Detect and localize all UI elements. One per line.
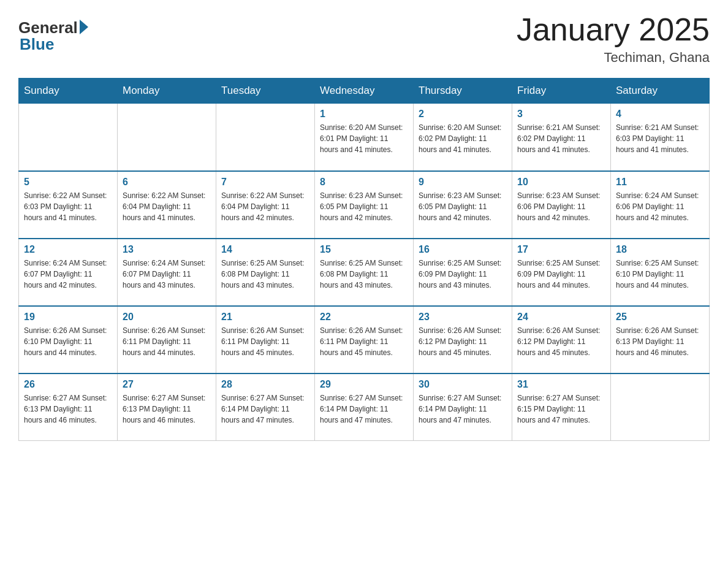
day-of-week-header: Thursday <box>414 79 512 104</box>
day-number: 21 <box>221 312 309 323</box>
day-info: Sunrise: 6:26 AM Sunset: 6:10 PM Dayligh… <box>24 325 112 358</box>
day-number: 27 <box>123 379 211 390</box>
day-number: 11 <box>616 177 704 188</box>
calendar-cell: 2Sunrise: 6:20 AM Sunset: 6:02 PM Daylig… <box>414 104 512 171</box>
location-text: Techiman, Ghana <box>517 50 710 66</box>
day-info: Sunrise: 6:25 AM Sunset: 6:08 PM Dayligh… <box>221 258 309 291</box>
day-number: 20 <box>123 312 211 323</box>
day-number: 12 <box>24 244 112 255</box>
day-info: Sunrise: 6:26 AM Sunset: 6:12 PM Dayligh… <box>517 325 605 358</box>
day-number: 8 <box>320 177 408 188</box>
calendar-cell: 19Sunrise: 6:26 AM Sunset: 6:10 PM Dayli… <box>19 306 118 373</box>
day-info: Sunrise: 6:27 AM Sunset: 6:15 PM Dayligh… <box>517 393 605 426</box>
day-info: Sunrise: 6:22 AM Sunset: 6:04 PM Dayligh… <box>123 190 211 223</box>
day-info: Sunrise: 6:22 AM Sunset: 6:04 PM Dayligh… <box>221 190 309 223</box>
calendar-cell: 9Sunrise: 6:23 AM Sunset: 6:05 PM Daylig… <box>414 171 512 239</box>
calendar-cell: 3Sunrise: 6:21 AM Sunset: 6:02 PM Daylig… <box>512 104 611 171</box>
day-info: Sunrise: 6:22 AM Sunset: 6:03 PM Dayligh… <box>24 190 112 223</box>
title-section: January 2025 Techiman, Ghana <box>517 12 710 66</box>
calendar-cell: 31Sunrise: 6:27 AM Sunset: 6:15 PM Dayli… <box>512 373 611 441</box>
calendar-cell <box>216 104 315 171</box>
day-of-week-header: Wednesday <box>315 79 414 104</box>
day-info: Sunrise: 6:26 AM Sunset: 6:11 PM Dayligh… <box>123 325 211 358</box>
calendar-cell: 13Sunrise: 6:24 AM Sunset: 6:07 PM Dayli… <box>118 239 216 306</box>
day-number: 16 <box>419 244 507 255</box>
calendar-header-row: SundayMondayTuesdayWednesdayThursdayFrid… <box>19 79 710 104</box>
day-number: 18 <box>616 244 704 255</box>
day-info: Sunrise: 6:24 AM Sunset: 6:07 PM Dayligh… <box>123 258 211 291</box>
day-info: Sunrise: 6:21 AM Sunset: 6:02 PM Dayligh… <box>517 122 605 155</box>
day-number: 5 <box>24 177 112 188</box>
day-number: 28 <box>221 379 309 390</box>
calendar-week-row: 5Sunrise: 6:22 AM Sunset: 6:03 PM Daylig… <box>19 171 710 239</box>
calendar-cell: 18Sunrise: 6:25 AM Sunset: 6:10 PM Dayli… <box>611 239 710 306</box>
calendar-cell: 10Sunrise: 6:23 AM Sunset: 6:06 PM Dayli… <box>512 171 611 239</box>
day-info: Sunrise: 6:27 AM Sunset: 6:14 PM Dayligh… <box>320 393 408 426</box>
calendar-cell: 23Sunrise: 6:26 AM Sunset: 6:12 PM Dayli… <box>414 306 512 373</box>
calendar-week-row: 19Sunrise: 6:26 AM Sunset: 6:10 PM Dayli… <box>19 306 710 373</box>
logo: General Blue <box>18 18 88 54</box>
day-info: Sunrise: 6:26 AM Sunset: 6:11 PM Dayligh… <box>221 325 309 358</box>
day-number: 30 <box>419 379 507 390</box>
calendar-table: SundayMondayTuesdayWednesdayThursdayFrid… <box>18 78 710 441</box>
calendar-cell: 22Sunrise: 6:26 AM Sunset: 6:11 PM Dayli… <box>315 306 414 373</box>
calendar-cell: 1Sunrise: 6:20 AM Sunset: 6:01 PM Daylig… <box>315 104 414 171</box>
day-info: Sunrise: 6:25 AM Sunset: 6:09 PM Dayligh… <box>419 258 507 291</box>
day-info: Sunrise: 6:25 AM Sunset: 6:08 PM Dayligh… <box>320 258 408 291</box>
calendar-cell: 26Sunrise: 6:27 AM Sunset: 6:13 PM Dayli… <box>19 373 118 441</box>
calendar-cell: 12Sunrise: 6:24 AM Sunset: 6:07 PM Dayli… <box>19 239 118 306</box>
page-header: General Blue January 2025 Techiman, Ghan… <box>18 12 710 66</box>
logo-arrow-icon <box>80 20 88 34</box>
day-info: Sunrise: 6:20 AM Sunset: 6:01 PM Dayligh… <box>320 122 408 155</box>
calendar-cell: 4Sunrise: 6:21 AM Sunset: 6:03 PM Daylig… <box>611 104 710 171</box>
calendar-cell: 5Sunrise: 6:22 AM Sunset: 6:03 PM Daylig… <box>19 171 118 239</box>
day-number: 31 <box>517 379 605 390</box>
calendar-cell: 17Sunrise: 6:25 AM Sunset: 6:09 PM Dayli… <box>512 239 611 306</box>
day-info: Sunrise: 6:27 AM Sunset: 6:14 PM Dayligh… <box>221 393 309 426</box>
calendar-cell: 28Sunrise: 6:27 AM Sunset: 6:14 PM Dayli… <box>216 373 315 441</box>
day-info: Sunrise: 6:27 AM Sunset: 6:14 PM Dayligh… <box>419 393 507 426</box>
calendar-week-row: 12Sunrise: 6:24 AM Sunset: 6:07 PM Dayli… <box>19 239 710 306</box>
calendar-cell: 7Sunrise: 6:22 AM Sunset: 6:04 PM Daylig… <box>216 171 315 239</box>
day-number: 4 <box>616 109 704 120</box>
day-number: 19 <box>24 312 112 323</box>
day-number: 1 <box>320 109 408 120</box>
day-info: Sunrise: 6:26 AM Sunset: 6:13 PM Dayligh… <box>616 325 704 358</box>
day-number: 26 <box>24 379 112 390</box>
calendar-cell: 27Sunrise: 6:27 AM Sunset: 6:13 PM Dayli… <box>118 373 216 441</box>
day-info: Sunrise: 6:25 AM Sunset: 6:10 PM Dayligh… <box>616 258 704 291</box>
day-number: 6 <box>123 177 211 188</box>
day-number: 29 <box>320 379 408 390</box>
day-number: 13 <box>123 244 211 255</box>
day-info: Sunrise: 6:27 AM Sunset: 6:13 PM Dayligh… <box>24 393 112 426</box>
day-number: 2 <box>419 109 507 120</box>
calendar-cell: 6Sunrise: 6:22 AM Sunset: 6:04 PM Daylig… <box>118 171 216 239</box>
day-info: Sunrise: 6:21 AM Sunset: 6:03 PM Dayligh… <box>616 122 704 155</box>
month-title: January 2025 <box>517 12 710 47</box>
day-number: 15 <box>320 244 408 255</box>
day-number: 22 <box>320 312 408 323</box>
day-info: Sunrise: 6:20 AM Sunset: 6:02 PM Dayligh… <box>419 122 507 155</box>
day-number: 17 <box>517 244 605 255</box>
day-info: Sunrise: 6:24 AM Sunset: 6:06 PM Dayligh… <box>616 190 704 223</box>
day-of-week-header: Tuesday <box>216 79 315 104</box>
day-info: Sunrise: 6:26 AM Sunset: 6:12 PM Dayligh… <box>419 325 507 358</box>
calendar-cell <box>611 373 710 441</box>
calendar-cell: 14Sunrise: 6:25 AM Sunset: 6:08 PM Dayli… <box>216 239 315 306</box>
day-info: Sunrise: 6:26 AM Sunset: 6:11 PM Dayligh… <box>320 325 408 358</box>
day-number: 23 <box>419 312 507 323</box>
calendar-cell: 24Sunrise: 6:26 AM Sunset: 6:12 PM Dayli… <box>512 306 611 373</box>
logo-blue-text: Blue <box>20 35 54 54</box>
calendar-cell: 11Sunrise: 6:24 AM Sunset: 6:06 PM Dayli… <box>611 171 710 239</box>
calendar-week-row: 1Sunrise: 6:20 AM Sunset: 6:01 PM Daylig… <box>19 104 710 171</box>
day-info: Sunrise: 6:23 AM Sunset: 6:05 PM Dayligh… <box>320 190 408 223</box>
day-number: 9 <box>419 177 507 188</box>
day-number: 24 <box>517 312 605 323</box>
day-number: 25 <box>616 312 704 323</box>
calendar-cell: 8Sunrise: 6:23 AM Sunset: 6:05 PM Daylig… <box>315 171 414 239</box>
calendar-cell <box>19 104 118 171</box>
day-of-week-header: Saturday <box>611 79 710 104</box>
calendar-cell: 20Sunrise: 6:26 AM Sunset: 6:11 PM Dayli… <box>118 306 216 373</box>
day-number: 14 <box>221 244 309 255</box>
day-info: Sunrise: 6:25 AM Sunset: 6:09 PM Dayligh… <box>517 258 605 291</box>
